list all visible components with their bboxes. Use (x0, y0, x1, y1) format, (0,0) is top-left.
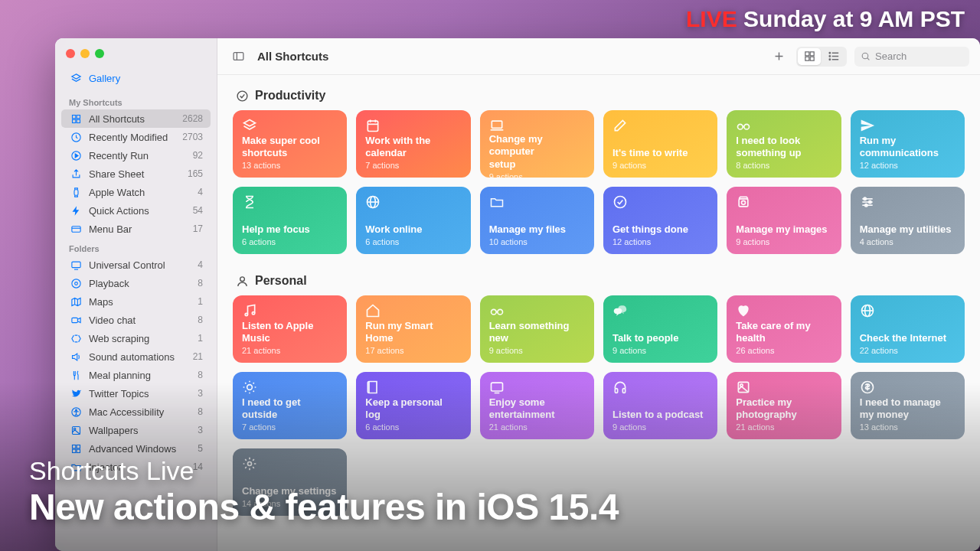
shortcut-card[interactable]: I need to get outside7 actions (233, 372, 347, 439)
grid-view-button[interactable] (798, 48, 821, 65)
shortcut-card[interactable]: Run my Smart Home17 actions (356, 295, 470, 363)
shortcut-card[interactable]: Enjoy some entertainment21 actions (480, 372, 594, 439)
shortcut-card[interactable]: I need to managemy money13 actions (851, 372, 965, 439)
sidebar-item-twitter-topics[interactable]: Twitter Topics3 (61, 384, 211, 403)
shortcut-card[interactable]: Help me focus6 actions (233, 187, 347, 254)
sidebar-item-count: 5 (198, 443, 203, 454)
svg-point-69 (247, 385, 253, 390)
sidebar-item-count: 165 (188, 168, 203, 179)
shortcut-card[interactable]: Practice my photography21 actions (727, 372, 841, 439)
sidebar-item-universal-control[interactable]: Universal Control4 (61, 256, 211, 274)
svg-point-46 (744, 124, 750, 129)
sidebar-item-share-sheet[interactable]: Share Sheet165 (61, 165, 211, 183)
shortcut-card[interactable]: Work online6 actions (356, 187, 470, 254)
shortcut-card[interactable]: Make super coolshortcuts13 actions (233, 110, 347, 178)
sidebar-item-advanced-windows[interactable]: Advanced Windows5 (61, 439, 211, 458)
card-subtitle: 9 actions (489, 172, 585, 178)
card-subtitle: 26 actions (736, 346, 831, 355)
shortcut-card[interactable]: Manage my files10 actions (480, 187, 594, 254)
sidebar-gallery[interactable]: Gallery (61, 69, 211, 87)
sidebar-item-recently-run[interactable]: Recently Run92 (61, 146, 211, 165)
svg-rect-3 (77, 119, 80, 122)
sidebar-item-apple-watch[interactable]: Apple Watch4 (61, 183, 211, 201)
sidebar-item-count: 1 (198, 296, 203, 307)
svg-rect-39 (368, 121, 378, 131)
shortcut-card[interactable]: Work with the calendar7 actions (356, 110, 470, 178)
toggle-sidebar-button[interactable] (228, 47, 248, 67)
check-icon (612, 194, 708, 210)
windows-icon (69, 443, 83, 455)
access-icon (69, 406, 83, 418)
map-icon (69, 296, 83, 308)
sidebar-item-web-scraping[interactable]: Web scraping1 (61, 329, 211, 347)
sidebar-section-folders: Folders (55, 238, 217, 256)
sliders-icon (860, 194, 956, 210)
svg-rect-6 (74, 189, 78, 195)
sidebar-item-menu-bar[interactable]: Menu Bar17 (61, 220, 211, 238)
search-input[interactable]: Search (854, 47, 969, 67)
card-title: Get things done (612, 223, 708, 236)
card-title: Talk to people (612, 332, 708, 344)
svg-rect-1 (77, 115, 80, 118)
sidebar-item-recently-modified[interactable]: Recently Modified2703 (61, 128, 211, 146)
sidebar-item-label: Menu Bar (89, 223, 187, 235)
list-view-button[interactable] (822, 48, 845, 65)
sidebar-item-meal-planning[interactable]: Meal planning8 (61, 366, 211, 384)
card-title: Listen to a podcast (612, 409, 708, 421)
sidebar-item-label: Recently Modified (89, 132, 176, 143)
sidebar-item-label: Apple Watch (89, 187, 191, 198)
view-toggle (796, 47, 847, 67)
sidebar-item-count: 17 (193, 223, 203, 234)
bolt-icon (69, 205, 83, 217)
shortcut-card[interactable]: Change my computersetup9 actions (480, 110, 594, 178)
globe-icon (860, 303, 956, 318)
minimize-button[interactable] (80, 49, 90, 58)
svg-rect-27 (810, 52, 814, 56)
sidebar-item-count: 4 (198, 259, 203, 270)
sidebar-item-label: Quick Actions (89, 205, 187, 217)
shortcut-card[interactable]: Keep a personallog6 actions (356, 372, 470, 439)
video-icon (69, 315, 83, 326)
card-subtitle: 7 actions (365, 161, 461, 170)
sidebar-item-video-chat[interactable]: Video chat8 (61, 311, 211, 329)
card-subtitle: 6 actions (242, 237, 338, 246)
glasses-icon (736, 118, 831, 133)
sidebar-item-sound-automations[interactable]: Sound automations21 (61, 347, 211, 366)
sidebar-item-label: Recently Run (89, 150, 187, 161)
shortcut-card[interactable]: Check the Internet22 actions (851, 295, 965, 363)
svg-point-15 (75, 409, 77, 411)
close-button[interactable] (66, 49, 75, 58)
shortcut-card[interactable]: Talk to people9 actions (603, 295, 717, 363)
shortcut-card[interactable]: Manage my utilities4 actions (851, 187, 965, 254)
search-placeholder: Search (875, 51, 906, 62)
svg-point-64 (497, 309, 502, 315)
card-title: Make super coolshortcuts (242, 135, 338, 160)
add-button[interactable] (769, 47, 789, 67)
image-icon (736, 194, 831, 210)
shortcut-card[interactable]: Listen to a podcast9 actions (603, 372, 717, 439)
sidebar-item-count: 8 (198, 278, 203, 289)
sidebar-item-count: 21 (193, 351, 203, 362)
shortcut-card[interactable]: I need to looksomething up8 actions (727, 110, 841, 178)
svg-point-59 (864, 204, 867, 207)
shortcut-card[interactable]: Learn somethingnew9 actions (480, 295, 594, 363)
shortcut-card[interactable]: Get things done12 actions (603, 187, 717, 254)
sidebar-item-quick-actions[interactable]: Quick Actions54 (61, 201, 211, 220)
shortcut-card[interactable]: Take care of myhealth26 actions (727, 295, 841, 363)
section-header-productivity: Productivity (233, 83, 965, 110)
maximize-button[interactable] (95, 49, 104, 58)
shortcut-card[interactable]: Run my communications12 actions (851, 110, 965, 178)
sidebar-item-wallpapers[interactable]: Wallpapers3 (61, 421, 211, 439)
shortcut-card[interactable]: It's time to write9 actions (603, 110, 717, 178)
glasses-icon (489, 303, 585, 318)
globe-icon (365, 194, 461, 210)
sidebar-item-maps[interactable]: Maps1 (61, 292, 211, 311)
sidebar-item-all-shortcuts[interactable]: All Shortcuts2628 (61, 109, 211, 128)
shortcut-card[interactable]: Manage my images9 actions (727, 187, 841, 254)
shortcut-card[interactable]: Listen to AppleMusic21 actions (233, 295, 347, 363)
sidebar-item-playback[interactable]: Playback8 (61, 274, 211, 292)
write-icon (612, 118, 708, 133)
svg-point-35 (829, 59, 830, 60)
sidebar-item-mac-accessibility[interactable]: Mac Accessibility8 (61, 403, 211, 421)
wall-icon (69, 425, 83, 436)
